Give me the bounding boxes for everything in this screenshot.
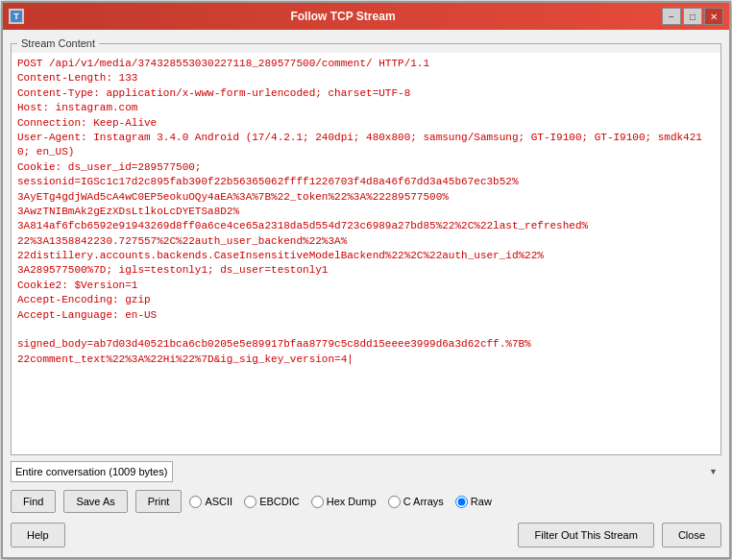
filter-out-button[interactable]: Filter Out This Stream: [518, 523, 653, 548]
titlebar-close-button[interactable]: ✕: [704, 8, 723, 25]
bottom-right-controls: Filter Out This Stream Close: [518, 523, 721, 548]
ascii-radio[interactable]: [189, 496, 202, 508]
app-icon: T: [9, 9, 24, 24]
ebcdic-radio-label[interactable]: EBCDIC: [244, 496, 300, 508]
close-button[interactable]: Close: [662, 523, 721, 548]
ebcdic-label: EBCDIC: [259, 496, 300, 507]
minimize-button[interactable]: −: [662, 8, 681, 25]
svg-text:T: T: [13, 12, 19, 21]
encoding-radio-group: ASCII EBCDIC Hex Dump C Arrays Raw: [189, 496, 491, 508]
conversation-select-wrapper: Entire conversation (1009 bytes): [11, 461, 721, 482]
hex-dump-radio[interactable]: [311, 496, 324, 508]
window-controls: − □ ✕: [662, 8, 723, 25]
ascii-label: ASCII: [205, 496, 232, 507]
hex-dump-label: Hex Dump: [327, 496, 377, 507]
c-arrays-radio-label[interactable]: C Arrays: [388, 496, 444, 508]
bottom-row: Help Filter Out This Stream Close: [11, 521, 721, 549]
raw-radio[interactable]: [455, 496, 468, 508]
save-as-button[interactable]: Save As: [63, 490, 127, 513]
conversation-dropdown-row: Entire conversation (1009 bytes): [11, 461, 721, 482]
stream-text-content[interactable]: POST /api/v1/media/374328553030227118_28…: [12, 53, 720, 454]
print-button[interactable]: Print: [135, 490, 183, 513]
raw-radio-label[interactable]: Raw: [455, 496, 492, 508]
window-body: Stream Content POST /api/v1/media/374328…: [3, 30, 729, 557]
window-title: Follow TCP Stream: [24, 10, 662, 23]
c-arrays-label: C Arrays: [403, 496, 444, 507]
title-bar: T Follow TCP Stream − □ ✕: [3, 3, 729, 30]
stream-content-fieldset: Stream Content POST /api/v1/media/374328…: [11, 37, 721, 455]
raw-label: Raw: [471, 496, 492, 507]
find-button[interactable]: Find: [11, 490, 56, 513]
stream-content-legend: Stream Content: [17, 37, 99, 49]
main-window: T Follow TCP Stream − □ ✕ Stream Content…: [1, 1, 731, 559]
help-button[interactable]: Help: [11, 523, 65, 548]
c-arrays-radio[interactable]: [388, 496, 401, 508]
controls-row: Find Save As Print ASCII EBCDIC Hex Dump: [11, 488, 721, 515]
conversation-select[interactable]: Entire conversation (1009 bytes): [11, 461, 173, 482]
ascii-radio-label[interactable]: ASCII: [189, 496, 232, 508]
maximize-button[interactable]: □: [683, 8, 702, 25]
hex-dump-radio-label[interactable]: Hex Dump: [311, 496, 377, 508]
ebcdic-radio[interactable]: [244, 496, 256, 508]
